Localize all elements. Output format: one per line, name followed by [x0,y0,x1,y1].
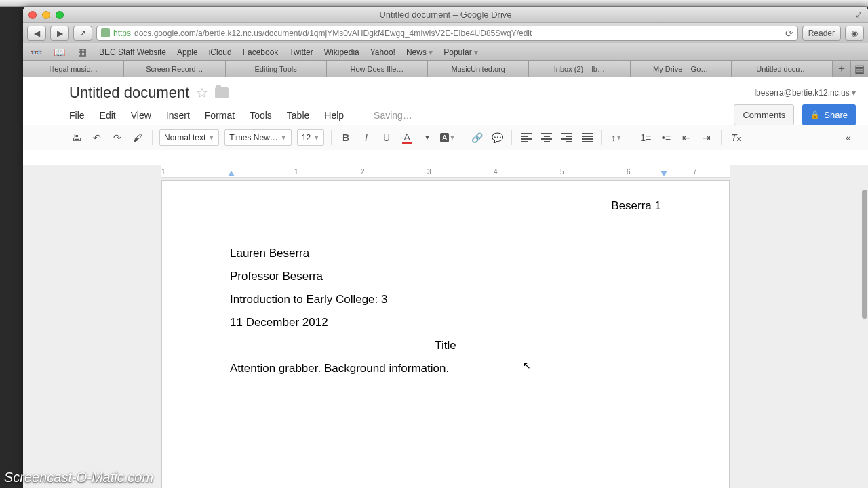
line-spacing-icon[interactable]: ↕▼ [609,130,624,145]
doc-title-line[interactable]: Title [230,334,661,357]
align-right-icon[interactable] [559,130,574,145]
url-scheme: https [113,28,131,38]
mouse-cursor-icon: ↖ [523,356,531,375]
doc-line[interactable]: Introduction to Early College: 3 [230,288,661,311]
font-select[interactable]: Times New…▼ [224,129,291,146]
paragraph-style-select[interactable]: Normal text▼ [159,129,219,146]
google-docs-app: Untitled document ☆ lbeserra@bertie.k12.… [23,77,868,488]
browser-tab[interactable]: MusicUnited.org [428,61,529,77]
print-icon[interactable]: 🖶 [69,130,84,145]
page[interactable]: Beserra 1 Lauren BeserraProfessor Beserr… [161,180,730,488]
bookmark-wikipedia[interactable]: Wikipedia [324,47,359,57]
profile-icon[interactable]: ◉ [845,26,864,41]
mac-menubar [0,0,868,7]
docs-header: Untitled document ☆ lbeserra@bertie.k12.… [23,77,868,107]
indent-icon[interactable]: ⇥ [699,130,714,145]
undo-icon[interactable]: ↶ [90,130,104,145]
collapse-toolbar-icon[interactable]: « [841,130,856,145]
share-button[interactable]: 🔒Share [802,104,856,125]
safari-window: Untitled document – Google Drive ⤢ ◀ ▶ ↗… [23,7,868,488]
docs-toolbar: 🖶 ↶ ↷ 🖌 Normal text▼ Times New…▼ 12▼ B I… [23,125,868,150]
highlight-icon[interactable]: ▼ [420,130,435,145]
bookmark-facebook[interactable]: Facebook [243,47,279,57]
right-indent-marker[interactable] [660,171,667,176]
clear-format-icon[interactable]: Tx [728,130,743,145]
doc-line[interactable]: 11 December 2012 [230,311,661,334]
bold-icon[interactable]: B [338,130,353,145]
document-canvas: 11234567 Beserra 1 Lauren BeserraProfess… [23,165,868,488]
user-email[interactable]: lbeserra@bertie.k12.nc.us [754,88,856,98]
url-field[interactable]: https docs.google.com/a/bertie.k12.nc.us… [96,26,798,41]
folder-icon[interactable] [215,87,229,98]
bookmark-popular[interactable]: Popular [443,47,478,57]
doc-line[interactable]: Professor Beserra [230,265,661,288]
doc-body-line[interactable]: Attention grabber. Background informatio… [230,357,661,380]
bookmarks-bar: 👓 📖 ▦ BEC Staff WebsiteAppleiCloudFacebo… [23,43,868,61]
menu-tools[interactable]: Tools [250,110,272,121]
comments-button[interactable]: Comments [734,104,794,125]
topsites-icon[interactable]: ▦ [76,47,88,58]
doc-line[interactable]: Lauren Beserra [230,242,661,265]
watermark: Screencast-O-Matic.com [4,470,153,485]
browser-tab[interactable]: Screen Record… [124,61,225,77]
book-icon[interactable]: 📖 [53,47,65,58]
redo-icon[interactable]: ↷ [110,130,125,145]
bookmark-news[interactable]: News [406,47,433,57]
menu-insert[interactable]: Insert [166,110,190,121]
share-page-button[interactable]: ↗ [73,26,92,41]
address-bar: ◀ ▶ ↗ https docs.google.com/a/bertie.k12… [23,23,868,43]
bookmark-twitter[interactable]: Twitter [289,47,313,57]
bookmark-icloud[interactable]: iCloud [209,47,232,57]
browser-tab[interactable]: Inbox (2) – lb… [529,61,630,77]
menu-edit[interactable]: Edit [100,110,116,121]
bookmark-apple[interactable]: Apple [177,47,198,57]
outdent-icon[interactable]: ⇤ [679,130,694,145]
new-tab-button[interactable]: ＋ [833,61,850,77]
menu-file[interactable]: File [69,110,85,121]
page-header[interactable]: Beserra 1 [230,195,661,218]
align-justify-icon[interactable] [580,130,595,145]
bookmark-bec-staff-website[interactable]: BEC Staff Website [99,47,166,57]
link-icon[interactable]: 🔗 [469,130,484,145]
browser-tab[interactable]: Illegal music… [23,61,124,77]
browser-tab[interactable]: Untitled docu… [732,61,833,77]
background-color-icon[interactable]: A▼ [440,130,455,145]
browser-tab[interactable]: My Drive – Go… [631,61,732,77]
align-left-icon[interactable] [519,130,534,145]
star-icon[interactable]: ☆ [196,85,208,101]
scrollbar[interactable] [859,108,867,481]
browser-tab[interactable]: How Does Ille… [327,61,428,77]
bulleted-list-icon[interactable]: •≡ [658,130,673,145]
ruler-mark: 1 [294,168,298,176]
tab-bar: Illegal music…Screen Record…Editing Tool… [23,61,868,77]
reader-button[interactable]: Reader [802,26,841,41]
font-size-select[interactable]: 12▼ [297,129,324,146]
menu-help[interactable]: Help [324,110,344,121]
menu-format[interactable]: Format [205,110,235,121]
url-text: docs.google.com/a/bertie.k12.nc.us/docum… [134,28,532,38]
ruler[interactable]: 11234567 [161,165,730,178]
reading-list-icon[interactable]: 👓 [30,47,42,58]
browser-tab[interactable]: Editing Tools [226,61,327,77]
paint-format-icon[interactable]: 🖌 [130,130,145,145]
ruler-mark: 5 [560,168,564,176]
italic-icon[interactable]: I [359,130,374,145]
comment-icon[interactable]: 💬 [490,130,505,145]
forward-button[interactable]: ▶ [50,26,69,41]
bookmark-yahoo-[interactable]: Yahoo! [370,47,395,57]
menu-view[interactable]: View [131,110,151,121]
tabs-overflow-icon[interactable]: ▤ [850,61,868,77]
document-title[interactable]: Untitled document [69,84,189,102]
lock-icon: 🔒 [810,110,820,119]
underline-icon[interactable]: U [379,130,394,145]
ruler-mark: 6 [627,168,631,176]
reload-icon[interactable]: ⟳ [785,28,793,39]
ruler-mark: 4 [494,168,498,176]
back-button[interactable]: ◀ [27,26,46,41]
text-color-icon[interactable]: A [399,130,414,145]
share-label: Share [824,110,848,120]
menu-table[interactable]: Table [287,110,309,121]
numbered-list-icon[interactable]: 1≡ [638,130,653,145]
align-center-icon[interactable] [539,130,554,145]
left-indent-marker[interactable] [228,171,235,176]
